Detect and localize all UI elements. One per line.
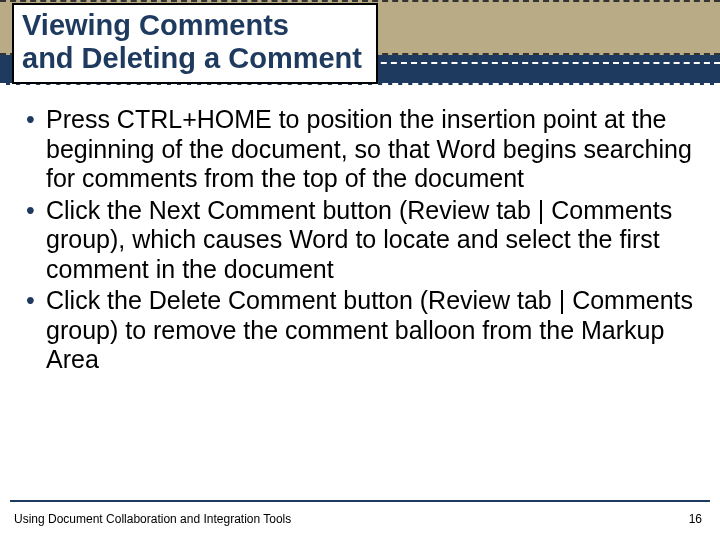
content-area: Press CTRL+HOME to position the insertio… [20, 105, 700, 377]
title-line-1: Viewing Comments [22, 9, 289, 41]
title-box: Viewing Comments and Deleting a Comment [12, 3, 378, 84]
slide-title: Viewing Comments and Deleting a Comment [22, 9, 362, 76]
title-line-2: and Deleting a Comment [22, 42, 362, 74]
slide: Viewing Comments and Deleting a Comment … [0, 0, 720, 540]
bullet-list: Press CTRL+HOME to position the insertio… [20, 105, 700, 375]
footer-divider [10, 500, 710, 502]
footer-text: Using Document Collaboration and Integra… [14, 512, 291, 526]
list-item: Press CTRL+HOME to position the insertio… [20, 105, 700, 194]
list-item: Click the Delete Comment button (Review … [20, 286, 700, 375]
list-item: Click the Next Comment button (Review ta… [20, 196, 700, 285]
page-number: 16 [689, 512, 702, 526]
